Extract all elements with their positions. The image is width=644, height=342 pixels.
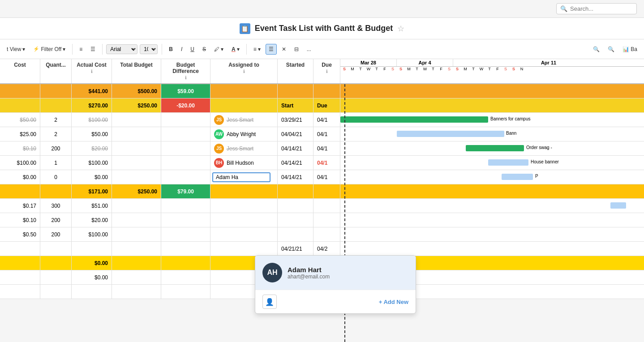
cell-budget-diff: $59.00 <box>161 84 210 98</box>
toolbar: t View ▾ ⚡ Filter Off ▾ ≡ ☰ Arial ▾ 10 ▾… <box>0 39 644 59</box>
gantt-bar-label: House banner <box>531 159 559 164</box>
day-f: F <box>381 67 389 71</box>
gantt-bar-label: Bann <box>506 131 516 136</box>
cell-due: 04/1 <box>313 170 340 184</box>
cell-quant: 2 <box>40 113 72 127</box>
day-t4: T <box>429 67 437 71</box>
cell-actual: $0.00 <box>72 256 112 270</box>
day-f3: F <box>494 67 502 71</box>
align-center-button[interactable]: ☰ <box>87 44 99 55</box>
assignee-dropdown[interactable]: ▾ <box>212 172 270 182</box>
halign-button[interactable]: ≡ ▾ <box>250 44 264 55</box>
cell-total <box>112 170 161 184</box>
cell-total: $250.00 <box>112 184 161 198</box>
cell <box>210 227 278 241</box>
cell-quant: 0 <box>40 170 72 184</box>
assignee: BH Bill Hudson <box>214 158 254 168</box>
cell-started: 04/04/21 <box>278 127 313 141</box>
filter-button[interactable]: ⚡ Filter Off ▾ <box>30 44 69 55</box>
cell-total: $250.00 <box>112 98 161 112</box>
assignee-input[interactable] <box>216 174 278 180</box>
bar-chart-button[interactable]: 📊 Ba <box>619 44 640 55</box>
col-header-assigned: Assigned toℹ <box>210 59 278 83</box>
align-left-icon: ≡ <box>79 46 82 52</box>
halign-icon: ≡ <box>253 46 257 52</box>
cell-budget-diff <box>161 113 210 127</box>
assignee-name: Jess Smart <box>227 145 253 152</box>
add-person-button[interactable]: 👤 <box>262 295 277 309</box>
cell-budget-diff <box>161 227 210 241</box>
more-button[interactable]: ... <box>304 44 314 55</box>
cell-quant: 200 <box>40 227 72 241</box>
table-row: $0.50 200 $100.00 <box>0 227 644 242</box>
zoom-out-icon: 🔍 <box>593 46 600 52</box>
bold-button[interactable]: B <box>166 44 176 55</box>
cell-actual: $50.00 <box>72 127 112 141</box>
cell-actual: $51.00 <box>72 199 112 213</box>
cell <box>210 184 278 198</box>
search-box[interactable]: 🔍 <box>556 3 637 14</box>
zoom-in-button[interactable]: 🔍 <box>605 44 618 55</box>
cell-quant: 200 <box>40 213 72 227</box>
day-s4: S <box>445 67 453 71</box>
align-left-button[interactable]: ≡ <box>76 44 86 55</box>
day-t3: T <box>413 67 421 71</box>
cell-actual: $100.00 <box>72 156 112 170</box>
cell-actual: $441.00 <box>72 84 112 98</box>
italic-button[interactable]: I <box>178 44 185 55</box>
cell-total <box>112 270 161 284</box>
cell-total <box>112 256 161 270</box>
search-input[interactable] <box>570 5 633 12</box>
font-size-select[interactable]: 10 <box>140 44 158 54</box>
cell-cost: $0.10 <box>0 213 40 227</box>
cell-actual: $0.00 <box>72 270 112 284</box>
cell <box>210 199 278 213</box>
gantt-row: House banner <box>340 156 644 170</box>
highlight-button[interactable]: 🖊 ▾ <box>211 44 227 55</box>
col-header-budget-diff: Budget Differenceℹ <box>161 59 210 83</box>
cell-due: 04/2 <box>313 242 340 256</box>
cell-assigned[interactable]: ▾ <box>210 170 278 184</box>
valign-button[interactable]: ☰ <box>266 44 277 55</box>
cell <box>278 84 313 98</box>
cell-started: 04/14/21 <box>278 170 313 184</box>
avatar: AW <box>214 129 224 139</box>
strikethrough-button[interactable]: S <box>199 44 209 55</box>
underline-button[interactable]: U <box>187 44 197 55</box>
gantt-day-headers: S M T W T F S S M T W T F S S M T W T <box>340 67 644 71</box>
font-name-select[interactable]: Arial <box>106 44 137 54</box>
table-row: $441.00 $500.00 $59.00 <box>0 84 644 98</box>
gantt-row <box>340 227 644 241</box>
divider <box>72 44 73 55</box>
col-header-cost: Cost <box>0 59 40 83</box>
add-new-button[interactable]: + Add New <box>379 299 408 305</box>
cell-due: 04/1 <box>313 141 340 155</box>
person-icon: 👤 <box>265 298 274 306</box>
cell-assigned: AW Abby Wright <box>210 127 278 141</box>
chevron-down-icon: ▾ <box>63 46 65 52</box>
day-w2: W <box>421 67 429 71</box>
gantt-bar-label: Banners for campus <box>490 116 531 121</box>
gantt-bar-blue <box>397 131 504 137</box>
cell-budget-diff <box>161 256 210 270</box>
cell-budget-diff <box>161 270 210 284</box>
cell <box>0 256 40 270</box>
gantt-week-apr4: Apr 4 <box>397 59 453 66</box>
cell <box>0 270 40 284</box>
gantt-row: P <box>340 170 644 184</box>
conditional-format-button[interactable]: ⊟ <box>291 44 302 55</box>
clear-format-button[interactable]: ✕ <box>279 44 289 55</box>
zoom-out-button[interactable]: 🔍 <box>590 44 603 55</box>
assignee: JS Jess Smart <box>214 115 253 125</box>
divider <box>246 44 247 55</box>
view-button[interactable]: t View ▾ <box>4 44 28 55</box>
gantt-bar-label: Order swag - <box>526 145 552 150</box>
document-icon: 📋 <box>240 23 250 34</box>
text-color-button[interactable]: A ▾ <box>228 44 243 55</box>
day-s7: S <box>510 67 518 71</box>
favorite-icon[interactable]: ☆ <box>397 24 404 34</box>
cell-budget-diff: $79.00 <box>161 184 210 198</box>
popup-card: AH Adam Hart ahart@email.com 👤 + Add New <box>255 255 416 314</box>
cell-budget-diff <box>161 141 210 155</box>
cell <box>40 270 72 284</box>
